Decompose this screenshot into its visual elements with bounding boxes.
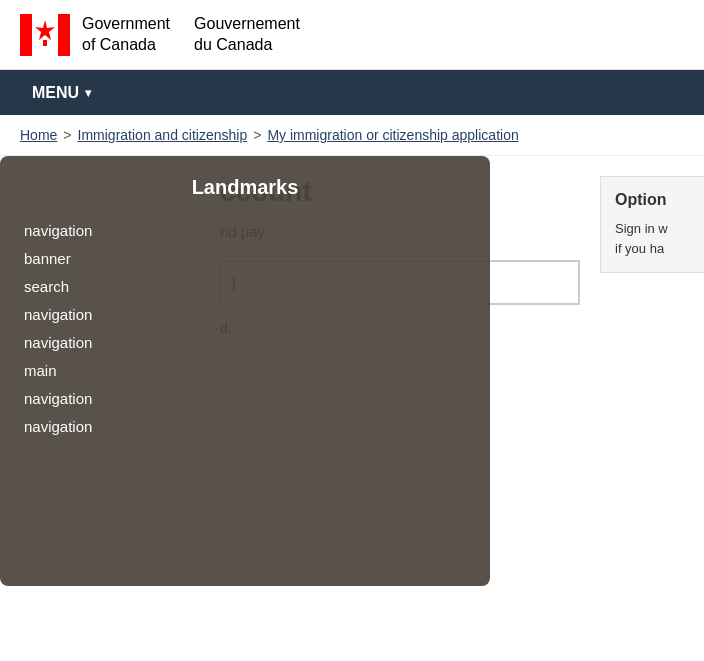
svg-rect-4 [43,40,47,46]
landmarks-list-item: navigation [24,331,466,355]
canada-flag-icon [20,14,70,56]
svg-rect-1 [58,14,70,56]
landmarks-list-item: search [24,275,466,299]
landmarks-title: Landmarks [24,176,466,199]
menu-button[interactable]: MENU ▾ [20,76,103,110]
main-nav: MENU ▾ [0,70,704,115]
landmarks-list-item: navigation [24,415,466,439]
landmarks-overlay[interactable]: Landmarks navigationbannersearchnavigati… [0,156,490,586]
govt-name-fr: Gouvernement du Canada [170,14,300,56]
landmarks-list: navigationbannersearchnavigationnavigati… [24,219,466,439]
landmarks-list-item: main [24,359,466,383]
menu-label: MENU [32,84,79,102]
option-panel: Option Sign in w if you ha [600,176,704,346]
option-box-title: Option [615,191,704,209]
breadcrumb-application[interactable]: My immigration or citizenship applicatio… [267,127,518,143]
site-header: Government of Canada Gouvernement du Can… [0,0,704,70]
svg-rect-0 [20,14,32,56]
landmarks-list-item: navigation [24,303,466,327]
main-area: Landmarks navigationbannersearchnavigati… [0,156,704,366]
option-box: Option Sign in w if you ha [600,176,704,273]
chevron-down-icon: ▾ [85,86,91,100]
landmarks-list-item: navigation [24,387,466,411]
breadcrumb-home[interactable]: Home [20,127,57,143]
breadcrumb-separator-2: > [253,127,261,143]
landmarks-list-item: navigation [24,219,466,243]
breadcrumb-separator-1: > [63,127,71,143]
breadcrumb: Home > Immigration and citizenship > My … [0,115,704,156]
landmarks-list-item: banner [24,247,466,271]
breadcrumb-immigration[interactable]: Immigration and citizenship [78,127,248,143]
option-box-text: Sign in w if you ha [615,219,704,258]
govt-name-en: Government of Canada [82,14,170,56]
